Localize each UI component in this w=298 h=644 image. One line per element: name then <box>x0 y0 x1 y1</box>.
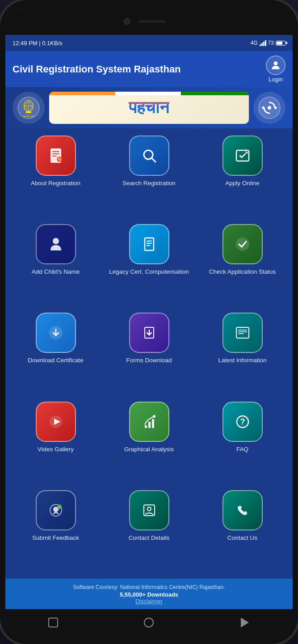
footer-downloads: 5,55,000+ Downloads <box>13 591 285 598</box>
footer-disclaimer[interactable]: Disclaimer <box>13 598 285 605</box>
check-application-status-label: Check Application Status <box>209 268 276 276</box>
footer: Software Courtesy: National Informatics … <box>5 579 293 609</box>
banner-center: पहचान <box>49 92 249 124</box>
phone-top-bar <box>5 8 293 35</box>
nav-recent-button[interactable] <box>45 614 61 631</box>
battery-fill <box>277 42 282 45</box>
graphical-analysis-icon <box>129 402 169 442</box>
svg-rect-35 <box>145 425 147 428</box>
legacy-cert-label: Legacy Cert. Computerisation <box>109 268 189 276</box>
svg-rect-20 <box>236 150 249 161</box>
download-certificate-label: Download Certificate <box>28 356 84 364</box>
add-childs-name-icon <box>36 224 76 264</box>
svg-rect-15 <box>52 156 57 157</box>
status-left: 12:49 PM | 0.1KB/s <box>13 40 63 47</box>
nav-home-button[interactable] <box>141 614 157 631</box>
grid-item-latest-information[interactable]: Latest Information <box>199 313 285 394</box>
time-display: 12:49 PM | 0.1KB/s <box>13 40 63 47</box>
footer-courtesy: Software Courtesy: National Informatics … <box>13 583 285 591</box>
nav-bar <box>5 609 293 636</box>
battery-icon <box>276 41 285 46</box>
banner: सत्यमेव जयते पहचान <box>5 87 293 128</box>
faq-icon: ? <box>222 402 263 442</box>
apply-online-label: Apply Online <box>225 179 260 187</box>
contact-details-icon <box>129 490 169 530</box>
svg-point-0 <box>274 61 278 65</box>
svg-line-19 <box>151 158 155 162</box>
apply-online-icon <box>222 136 263 176</box>
grid-item-forms-download[interactable]: Forms Download <box>106 313 192 394</box>
contact-us-icon <box>222 490 263 530</box>
legacy-cert-icon <box>129 224 169 264</box>
login-label: Login <box>269 76 283 83</box>
camera <box>124 18 130 25</box>
svg-point-11 <box>268 106 271 110</box>
app-header: Civil Registration System Rajasthan Logi… <box>5 51 293 87</box>
submit-feedback-icon: ✓ <box>36 490 76 530</box>
back-icon <box>241 618 249 627</box>
home-icon <box>144 618 154 627</box>
hindi-title: पहचान <box>129 98 169 118</box>
grid-item-submit-feedback[interactable]: ✓Submit Feedback <box>13 490 99 572</box>
svg-rect-13 <box>52 151 59 152</box>
login-button[interactable]: Login <box>266 55 285 83</box>
grid-item-legacy-cert[interactable]: Legacy Cert. Computerisation <box>106 224 192 305</box>
about-registration-icon: ✎ <box>36 136 76 176</box>
grid-item-add-childs-name[interactable]: Add Child's Name <box>13 224 99 305</box>
latest-information-label: Latest Information <box>218 356 266 364</box>
svg-rect-29 <box>236 327 249 338</box>
grid-item-apply-online[interactable]: Apply Online <box>199 136 285 217</box>
speaker <box>139 20 166 23</box>
check-application-status-icon <box>222 224 263 264</box>
download-certificate-icon <box>36 313 76 353</box>
contact-us-label: Contact Us <box>227 534 257 542</box>
grid-item-graphical-analysis[interactable]: Graphical Analysis <box>106 402 192 483</box>
svg-text:?: ? <box>240 417 245 426</box>
forms-download-icon <box>129 313 169 353</box>
grid-item-about-registration[interactable]: ✎About Registration <box>13 136 99 217</box>
svg-rect-14 <box>52 153 59 154</box>
nav-back-button[interactable] <box>237 614 253 631</box>
grid-item-search-registration[interactable]: Search Registration <box>106 136 192 217</box>
grid-item-check-application-status[interactable]: Check Application Status <box>199 224 285 305</box>
signal-bars <box>260 40 266 46</box>
graphical-analysis-label: Graphical Analysis <box>124 445 174 453</box>
svg-point-38 <box>153 415 155 418</box>
about-registration-label: About Registration <box>31 179 80 187</box>
video-gallery-label: Video Gallery <box>38 445 74 453</box>
app-title: Civil Registration System Rajasthan <box>13 64 266 75</box>
grid-item-video-gallery[interactable]: Video Gallery <box>13 402 99 483</box>
video-gallery-icon <box>36 402 76 442</box>
svg-rect-37 <box>152 419 154 428</box>
grid-item-contact-details[interactable]: Contact Details <box>106 490 192 572</box>
svg-point-21 <box>53 238 59 244</box>
svg-rect-36 <box>148 422 151 428</box>
svg-point-46 <box>147 507 151 511</box>
network-type: 4G <box>251 40 258 46</box>
svg-rect-6 <box>26 111 31 113</box>
svg-text:सत्यमेव जयते: सत्यमेव जयते <box>23 115 34 118</box>
latest-information-icon <box>222 313 263 353</box>
search-registration-icon <box>129 136 169 176</box>
login-avatar <box>266 55 285 75</box>
svg-text:✓: ✓ <box>58 505 61 509</box>
emblem-icon: सत्यमेव जयते <box>13 92 45 124</box>
menu-grid: ✎About RegistrationSearch RegistrationAp… <box>5 128 293 579</box>
status-bar: 12:49 PM | 0.1KB/s 4G 73 <box>5 35 293 51</box>
status-right: 4G 73 <box>251 40 285 46</box>
svg-rect-22 <box>145 238 154 250</box>
submit-feedback-label: Submit Feedback <box>32 534 79 542</box>
search-registration-label: Search Registration <box>122 179 176 187</box>
phone-screen: 12:49 PM | 0.1KB/s 4G 73 Civil Registrat… <box>5 8 293 636</box>
forms-download-label: Forms Download <box>126 356 172 364</box>
grid-item-contact-us[interactable]: Contact Us <box>199 490 285 572</box>
contact-details-label: Contact Details <box>129 534 170 542</box>
phone-shell: 12:49 PM | 0.1KB/s 4G 73 Civil Registrat… <box>0 0 298 644</box>
faq-label: FAQ <box>236 445 248 453</box>
svg-point-26 <box>236 238 249 250</box>
svg-text:✎: ✎ <box>58 157 61 162</box>
tricolor-stripe <box>49 92 249 95</box>
grid-item-download-certificate[interactable]: Download Certificate <box>13 313 99 394</box>
grid-item-faq[interactable]: ?FAQ <box>199 402 285 483</box>
battery-percent: 73 <box>268 40 274 46</box>
